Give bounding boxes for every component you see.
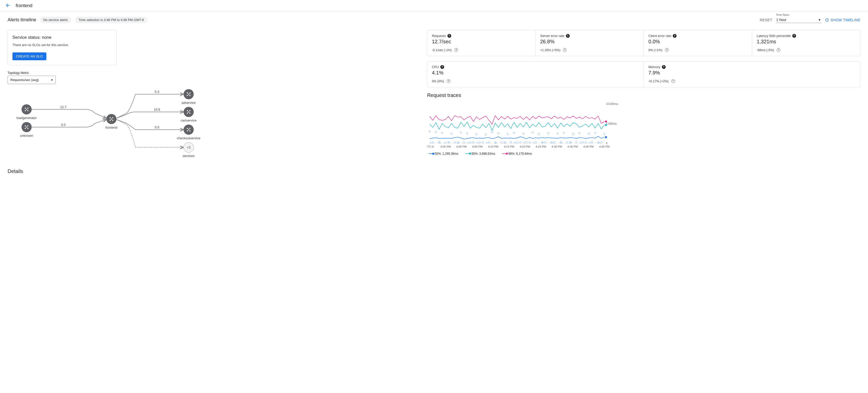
metric-grid-1: Requests? 12.7/sec -0.1/sec (-1%)? Serve… bbox=[427, 30, 860, 56]
svg-text:loadgenerator: loadgenerator bbox=[17, 116, 37, 120]
show-timeline-button[interactable]: SHOW TIMELINE bbox=[825, 18, 860, 22]
svg-point-60 bbox=[510, 141, 512, 143]
node-cartservice[interactable] bbox=[184, 107, 194, 117]
svg-point-69 bbox=[532, 132, 533, 133]
help-icon[interactable]: ? bbox=[792, 34, 796, 38]
help-icon[interactable]: ? bbox=[447, 34, 451, 38]
svg-point-32 bbox=[444, 142, 446, 144]
svg-text:3:55 PM: 3:55 PM bbox=[440, 145, 451, 148]
help-icon[interactable]: ? bbox=[665, 48, 669, 52]
svg-point-67 bbox=[525, 141, 527, 143]
svg-point-93 bbox=[588, 133, 590, 134]
svg-text:0.5: 0.5 bbox=[155, 125, 159, 129]
svg-text:4:00 PM: 4:00 PM bbox=[456, 145, 467, 148]
svg-point-80 bbox=[557, 133, 558, 134]
timespan-select[interactable]: 1 hour bbox=[776, 17, 822, 23]
reset-button[interactable]: RESET bbox=[760, 18, 772, 22]
node-loadgenerator[interactable] bbox=[22, 104, 32, 115]
svg-text:+5: +5 bbox=[187, 145, 191, 149]
svg-text:10,000ms: 10,000ms bbox=[606, 102, 618, 105]
legend-p95[interactable]: 95%: 3,888.53ms bbox=[465, 152, 495, 155]
svg-text:checkoutservice: checkoutservice bbox=[177, 136, 200, 140]
metric-latency: Latency 50th percentile? 1,321ms -68ms (… bbox=[752, 30, 860, 56]
svg-text:services: services bbox=[183, 154, 195, 158]
svg-text:0.0: 0.0 bbox=[61, 123, 66, 127]
svg-text:4:40 PM: 4:40 PM bbox=[583, 145, 593, 148]
request-traces-chart[interactable]: 10,000ms5,000ms0UTC-83:55 PM4:00 PM4:05 … bbox=[427, 102, 860, 155]
legend-p50[interactable]: 50%: 1,295.36ms bbox=[429, 152, 458, 155]
help-icon[interactable]: ? bbox=[563, 48, 567, 52]
svg-rect-102 bbox=[605, 124, 607, 126]
svg-point-83 bbox=[563, 132, 565, 134]
node-adservice[interactable] bbox=[184, 89, 194, 99]
svg-text:adservice: adservice bbox=[182, 101, 196, 104]
svg-point-45 bbox=[475, 133, 477, 135]
svg-point-25 bbox=[429, 130, 430, 132]
help-icon[interactable]: ? bbox=[662, 65, 666, 69]
svg-text:4:20 PM: 4:20 PM bbox=[520, 145, 530, 148]
svg-text:4:15 PM: 4:15 PM bbox=[504, 145, 514, 148]
help-icon[interactable]: ? bbox=[566, 34, 570, 38]
svg-text:4:25 PM: 4:25 PM bbox=[535, 145, 546, 148]
svg-point-87 bbox=[572, 133, 574, 135]
timespan-label: Time Span bbox=[776, 13, 789, 16]
svg-point-101 bbox=[605, 136, 607, 138]
clock-icon bbox=[825, 18, 829, 22]
svg-text:12.7: 12.7 bbox=[60, 105, 66, 109]
svg-text:5,000ms: 5,000ms bbox=[606, 122, 617, 125]
request-traces-title: Request traces bbox=[427, 92, 860, 98]
svg-point-31 bbox=[441, 132, 443, 134]
svg-point-75 bbox=[544, 141, 546, 143]
back-arrow-icon[interactable] bbox=[5, 3, 11, 9]
service-status-title: Service status: none bbox=[12, 35, 112, 40]
metric-server-error: Server error rate? 26.8% +1.28% (+5%)? bbox=[535, 30, 644, 56]
svg-point-65 bbox=[522, 133, 524, 134]
legend-p99[interactable]: 99%: 6,179.84ms bbox=[502, 152, 532, 155]
svg-text:5.3: 5.3 bbox=[155, 90, 159, 94]
service-status-card: Service status: none There are no SLOs s… bbox=[8, 30, 117, 65]
svg-text:cartservice: cartservice bbox=[181, 119, 197, 122]
help-icon[interactable]: ? bbox=[777, 48, 780, 52]
node-more-services[interactable]: +5 bbox=[184, 142, 194, 152]
metric-grid-2: CPU? 4.1% 0% (0%)? Memory? 7.9% +0.17% (… bbox=[427, 61, 860, 87]
topology-graph: 12.7 0.0 5.3 10.6 0.5 loadgenerator unkn… bbox=[8, 87, 205, 160]
svg-point-52 bbox=[491, 131, 493, 133]
svg-point-59 bbox=[507, 133, 508, 135]
service-status-desc: There are no SLOs set for this service. bbox=[12, 43, 112, 47]
svg-point-88 bbox=[575, 141, 577, 143]
svg-point-61 bbox=[513, 132, 515, 134]
svg-text:4:35 PM: 4:35 PM bbox=[567, 145, 578, 148]
page-title: frontend bbox=[16, 3, 32, 8]
node-frontend[interactable] bbox=[106, 114, 117, 124]
chip-no-alerts: No service alerts bbox=[40, 17, 71, 23]
topology-metric-label: Topology Metric bbox=[8, 71, 417, 75]
svg-point-72 bbox=[538, 133, 539, 135]
svg-point-49 bbox=[485, 133, 487, 135]
help-icon[interactable]: ? bbox=[454, 48, 458, 52]
metric-memory: Memory? 7.9% +0.17% (+2%)? bbox=[644, 62, 860, 87]
svg-text:4:30 PM: 4:30 PM bbox=[552, 145, 562, 148]
svg-point-39 bbox=[460, 132, 462, 133]
topology-metric-select[interactable]: Requests/sec (avg) bbox=[8, 76, 56, 84]
node-checkoutservice[interactable] bbox=[184, 125, 194, 135]
svg-text:4:45 PM: 4:45 PM bbox=[599, 145, 610, 148]
svg-point-100 bbox=[603, 133, 605, 135]
chip-time-selection: Time selection is 3:46 PM to 4:46 PM GMT… bbox=[75, 17, 147, 23]
metric-client-error: Client error rate? 0.0% 0% (+1%)? bbox=[644, 30, 752, 56]
help-icon[interactable]: ? bbox=[671, 79, 675, 83]
help-icon[interactable]: ? bbox=[440, 65, 444, 69]
details-title: Details bbox=[8, 169, 417, 174]
svg-point-76 bbox=[547, 132, 549, 134]
svg-text:UTC-8: UTC-8 bbox=[427, 145, 434, 148]
svg-point-28 bbox=[435, 131, 437, 133]
svg-point-41 bbox=[466, 132, 468, 134]
node-unknown[interactable] bbox=[22, 122, 32, 132]
svg-point-95 bbox=[591, 141, 593, 143]
create-slo-button[interactable]: CREATE AN SLO bbox=[12, 53, 46, 60]
metric-cpu: CPU? 4.1% 0% (0%)? bbox=[427, 62, 644, 87]
help-icon[interactable]: ? bbox=[673, 34, 677, 38]
svg-point-44 bbox=[472, 141, 474, 143]
svg-text:10.6: 10.6 bbox=[154, 108, 160, 112]
help-icon[interactable]: ? bbox=[447, 79, 451, 83]
svg-point-96 bbox=[594, 132, 596, 134]
